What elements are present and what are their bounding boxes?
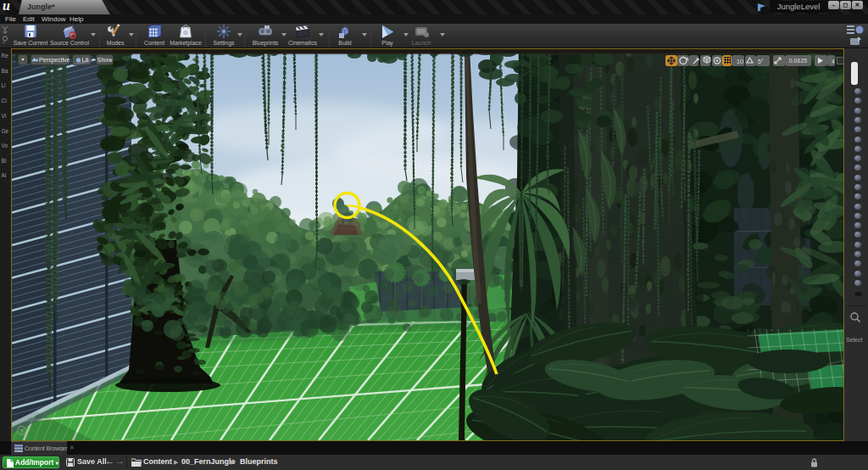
svg-text:10: 10 bbox=[737, 59, 743, 64]
svg-text:4: 4 bbox=[832, 59, 835, 64]
svg-text:5°: 5° bbox=[758, 59, 764, 64]
